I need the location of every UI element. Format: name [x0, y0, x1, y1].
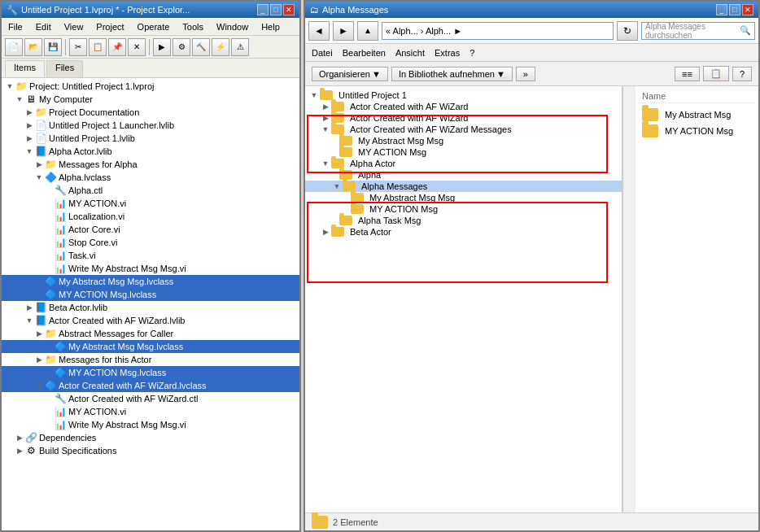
rt-item-actorwizmsg[interactable]: ▼ Actor Created with AF WiZard Messages: [305, 124, 622, 135]
tree-item-projdoc[interactable]: ▶ 📁 Project Documentation: [2, 106, 299, 119]
organize-button[interactable]: Organisieren ▼: [312, 67, 388, 81]
minimize-button[interactable]: _: [257, 4, 269, 15]
tree-item-alphaactor[interactable]: ▼ 📘 Alpha Actor.lvlib: [2, 145, 299, 158]
menu-window[interactable]: Window: [213, 20, 251, 33]
paste-button[interactable]: 📌: [108, 38, 126, 56]
maximize-button[interactable]: □: [270, 4, 282, 15]
view-mode-button[interactable]: ≡≡: [675, 67, 700, 81]
save-button[interactable]: 💾: [44, 38, 62, 56]
rt-item-actorwiz1[interactable]: ▶ Actor Created with AF WiZard: [305, 101, 622, 112]
right-maximize-button[interactable]: □: [729, 4, 740, 15]
build-button[interactable]: 🔨: [192, 38, 210, 56]
detail-item-myaction[interactable]: MY ACTION Msg: [639, 123, 755, 139]
tree-item-launcher[interactable]: ▶ 📄 Untitled Project 1 Launcher.lvlib: [2, 119, 299, 132]
tree-item-writemsgvi[interactable]: 📊 Write My Abstract Msg Msg.vi: [2, 262, 299, 275]
tree-item-actorwizard[interactable]: ▼ 📘 Actor Created with AF WiZard.lvlib: [2, 314, 299, 327]
right-minimize-button[interactable]: _: [716, 4, 727, 15]
menu-tools[interactable]: Tools: [179, 20, 207, 33]
toggle-actorwizard[interactable]: ▼: [24, 316, 34, 325]
tree-item-stopcorevi[interactable]: 📊 Stop Core.vi: [2, 236, 299, 249]
rt-item-alphatask[interactable]: Alpha Task Msg: [305, 215, 622, 226]
toggle-alphaactor[interactable]: ▼: [24, 146, 34, 156]
menu-edit[interactable]: Edit: [33, 20, 55, 33]
tree-item-msgforalpha[interactable]: ▶ 📁 Messages for Alpha: [2, 158, 299, 171]
toggle-alphaclass[interactable]: ▼: [34, 172, 44, 182]
menu-datei[interactable]: Datei: [312, 48, 333, 58]
rt-item-betaactor2[interactable]: ▶ Beta Actor: [305, 226, 622, 238]
tree-item-actorwizardclass[interactable]: ▼ 🔷 Actor Created with AF WiZard.lvclass: [2, 379, 299, 392]
tree-item-actorwizardctl[interactable]: 🔧 Actor Created with AF WiZard.ctl: [2, 392, 299, 405]
tree-item-alphaclass[interactable]: ▼ 🔷 Alpha.lvclass: [2, 171, 299, 184]
project-tree[interactable]: ▼ 📁 Project: Untitled Project 1.lvproj ▼…: [2, 78, 299, 530]
menu-view[interactable]: View: [61, 20, 87, 33]
menu-ansicht[interactable]: Ansicht: [395, 48, 425, 58]
more-button[interactable]: »: [516, 67, 535, 81]
search-box[interactable]: Alpha Messages durchsuchen 🔍: [641, 22, 755, 40]
rt-toggle-actorwizmsg[interactable]: ▼: [320, 125, 331, 133]
tree-item-actorcorevi[interactable]: 📊 Actor Core.vi: [2, 223, 299, 236]
toggle-lvlib[interactable]: ▶: [24, 133, 34, 143]
tree-item-myabstractclass2[interactable]: 🔷 My Abstract Msg Msg.lvclass: [2, 340, 299, 353]
open-button[interactable]: 📂: [24, 38, 42, 56]
scrollbar[interactable]: [622, 86, 636, 512]
close-button[interactable]: ✕: [283, 4, 295, 15]
rt-item-alpha2[interactable]: Alpha: [305, 169, 622, 181]
toggle-projdoc[interactable]: ▶: [24, 107, 34, 117]
cut-button[interactable]: ✂: [69, 38, 87, 56]
rt-item-myaction1[interactable]: MY ACTION Msg: [305, 146, 622, 158]
tree-item-myactionclass2[interactable]: 🔷 MY ACTION Msg.lvclass: [2, 366, 299, 379]
menu-project[interactable]: Project: [93, 20, 127, 33]
help-button-right[interactable]: ?: [732, 67, 752, 81]
forward-button[interactable]: ►: [333, 21, 354, 41]
rt-toggle-untitled[interactable]: ▼: [308, 91, 320, 99]
extra1-button[interactable]: ⚡: [212, 38, 229, 56]
rt-toggle-actorwiz2[interactable]: ▶: [320, 114, 331, 122]
right-close-button[interactable]: ✕: [742, 4, 753, 15]
copy-button[interactable]: 📋: [89, 38, 107, 56]
toggle-abstractmsg[interactable]: ▶: [34, 329, 44, 338]
rt-toggle-alphaactor2[interactable]: ▼: [320, 159, 331, 168]
tree-item-dependencies[interactable]: ▶ 🔗 Dependencies: [2, 431, 299, 444]
toggle-betaactor[interactable]: ▶: [24, 303, 34, 312]
menu-extras[interactable]: Extras: [435, 48, 460, 58]
run-button[interactable]: ▶: [153, 38, 171, 56]
rt-toggle-alphamessages[interactable]: ▼: [331, 182, 343, 190]
menu-operate[interactable]: Operate: [134, 20, 173, 33]
tree-item-buildspecs[interactable]: ▶ ⚙ Build Specifications: [2, 444, 299, 457]
tree-item-mycomputer[interactable]: ▼ 🖥 My Computer: [2, 93, 299, 106]
delete-button[interactable]: ✕: [128, 38, 146, 56]
tree-item-myactionclass[interactable]: 🔷 MY ACTION Msg.lvclass: [2, 288, 299, 301]
settings-button[interactable]: ⚙: [173, 38, 190, 56]
tree-item-taskvi[interactable]: 📊 Task.vi: [2, 249, 299, 262]
new-file-button[interactable]: 📄: [5, 38, 23, 56]
tree-item-writemsgvi2[interactable]: 📊 Write My Abstract Msg Msg.vi: [2, 418, 299, 431]
tree-item-myactionvi2[interactable]: 📊 MY ACTION.vi: [2, 405, 299, 418]
tree-item-myactionvi[interactable]: 📊 MY ACTION.vi: [2, 197, 299, 210]
menu-help-right[interactable]: ?: [470, 48, 474, 58]
tab-files[interactable]: Files: [46, 60, 83, 77]
back-button[interactable]: ◄: [308, 21, 330, 41]
toggle-root[interactable]: ▼: [5, 81, 15, 91]
tab-items[interactable]: Items: [5, 60, 45, 77]
rt-item-myabstract1[interactable]: My Abstract Msg Msg: [305, 135, 622, 146]
rt-item-myaction2[interactable]: MY ACTION Msg: [305, 203, 622, 215]
toggle-dependencies[interactable]: ▶: [15, 433, 24, 443]
explorer-tree-pane[interactable]: ▼ Untitled Project 1 ▶ Actor Created wit…: [305, 86, 622, 512]
tree-item-betaactor[interactable]: ▶ 📘 Beta Actor.lvlib: [2, 301, 299, 314]
menu-help[interactable]: Help: [258, 20, 283, 33]
menu-bearbeiten[interactable]: Bearbeiten: [343, 48, 386, 58]
tree-item-myabstractclass[interactable]: 🔷 My Abstract Msg Msg.lvclass: [2, 275, 299, 288]
tree-item-root[interactable]: ▼ 📁 Project: Untitled Project 1.lvproj: [2, 80, 299, 93]
tree-item-msgthisactor[interactable]: ▶ 📁 Messages for this Actor: [2, 353, 299, 366]
detail-item-myabstract[interactable]: My Abstract Msg: [639, 107, 755, 123]
tree-item-locvi[interactable]: 📊 Localization.vi: [2, 210, 299, 223]
toggle-mycomputer[interactable]: ▼: [15, 94, 24, 104]
up-button[interactable]: ▲: [357, 21, 378, 41]
rt-item-untitled[interactable]: ▼ Untitled Project 1: [305, 89, 622, 101]
tree-item-abstractmsg[interactable]: ▶ 📁 Abstract Messages for Caller: [2, 327, 299, 340]
extra2-button[interactable]: ⚠: [231, 38, 249, 56]
tree-item-lvlib[interactable]: ▶ 📄 Untitled Project 1.lvlib: [2, 132, 299, 145]
rt-toggle-betaactor2[interactable]: ▶: [320, 228, 331, 236]
toggle-launcher[interactable]: ▶: [24, 120, 34, 130]
preview-button[interactable]: 📋: [703, 66, 729, 81]
